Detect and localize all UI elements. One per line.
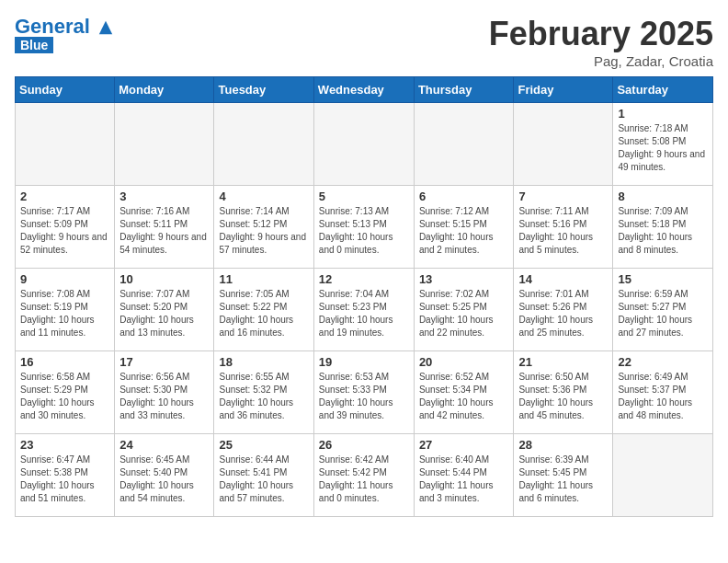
day-info: Sunrise: 6:52 AM Sunset: 5:34 PM Dayligh… xyxy=(419,371,509,422)
calendar-day-cell: 4 Sunrise: 7:14 AM Sunset: 5:12 PM Dayli… xyxy=(214,186,313,269)
day-number: 13 xyxy=(419,272,509,286)
day-number: 6 xyxy=(419,190,509,203)
sunset-label: Sunset: 5:42 PM xyxy=(319,467,387,477)
page-header: General Blue February 2025 Pag, Zadar, C… xyxy=(15,15,713,69)
calendar-day-cell xyxy=(514,103,613,186)
day-number: 19 xyxy=(319,355,409,369)
calendar-day-cell: 26 Sunrise: 6:42 AM Sunset: 5:42 PM Dayl… xyxy=(313,434,414,517)
sunrise-label: Sunrise: 6:55 AM xyxy=(219,372,289,382)
calendar-day-cell: 14 Sunrise: 7:01 AM Sunset: 5:26 PM Dayl… xyxy=(514,269,613,351)
sunset-label: Sunset: 5:22 PM xyxy=(219,302,287,312)
day-info: Sunrise: 6:40 AM Sunset: 5:44 PM Dayligh… xyxy=(419,454,509,505)
calendar-day-cell: 19 Sunrise: 6:53 AM Sunset: 5:33 PM Dayl… xyxy=(313,351,414,434)
calendar-day-cell: 20 Sunrise: 6:52 AM Sunset: 5:34 PM Dayl… xyxy=(414,351,514,434)
calendar-day-cell: 27 Sunrise: 6:40 AM Sunset: 5:44 PM Dayl… xyxy=(414,434,514,517)
sunrise-label: Sunrise: 7:02 AM xyxy=(419,289,489,299)
sunset-label: Sunset: 5:13 PM xyxy=(319,219,387,229)
calendar-week-row: 9 Sunrise: 7:08 AM Sunset: 5:19 PM Dayli… xyxy=(16,269,713,351)
day-number: 21 xyxy=(518,355,608,369)
daylight-label: Daylight: 10 hours and 51 minutes. xyxy=(20,480,95,503)
daylight-label: Daylight: 10 hours and 57 minutes. xyxy=(219,480,293,503)
day-info: Sunrise: 6:56 AM Sunset: 5:30 PM Dayligh… xyxy=(119,371,209,422)
sunset-label: Sunset: 5:09 PM xyxy=(20,219,88,229)
daylight-label: Daylight: 10 hours and 30 minutes. xyxy=(20,397,95,420)
day-number: 3 xyxy=(119,190,209,203)
sunset-label: Sunset: 5:41 PM xyxy=(219,467,287,477)
sunset-label: Sunset: 5:40 PM xyxy=(119,467,188,477)
sunset-label: Sunset: 5:44 PM xyxy=(419,467,487,477)
sunset-label: Sunset: 5:34 PM xyxy=(419,385,487,395)
daylight-label: Daylight: 10 hours and 2 minutes. xyxy=(419,232,494,255)
sunset-label: Sunset: 5:18 PM xyxy=(618,219,686,229)
sunset-label: Sunset: 5:23 PM xyxy=(319,302,387,312)
day-number: 17 xyxy=(119,355,209,369)
day-number: 2 xyxy=(20,190,109,203)
sunset-label: Sunset: 5:30 PM xyxy=(119,385,188,395)
day-number: 24 xyxy=(119,438,209,452)
weekday-header: Friday xyxy=(514,77,613,103)
day-info: Sunrise: 7:05 AM Sunset: 5:22 PM Dayligh… xyxy=(219,288,308,339)
sunrise-label: Sunrise: 6:56 AM xyxy=(119,372,189,382)
logo-blue-text: Blue xyxy=(15,37,53,53)
calendar-day-cell xyxy=(16,103,115,186)
daylight-label: Daylight: 9 hours and 49 minutes. xyxy=(618,149,705,172)
day-info: Sunrise: 7:14 AM Sunset: 5:12 PM Dayligh… xyxy=(219,205,308,257)
calendar-day-cell: 2 Sunrise: 7:17 AM Sunset: 5:09 PM Dayli… xyxy=(16,186,115,269)
sunset-label: Sunset: 5:25 PM xyxy=(419,302,487,312)
calendar-day-cell: 21 Sunrise: 6:50 AM Sunset: 5:36 PM Dayl… xyxy=(514,351,613,434)
calendar-day-cell: 18 Sunrise: 6:55 AM Sunset: 5:32 PM Dayl… xyxy=(214,351,313,434)
calendar-day-cell: 5 Sunrise: 7:13 AM Sunset: 5:13 PM Dayli… xyxy=(313,186,414,269)
day-number: 10 xyxy=(119,272,209,286)
sunrise-label: Sunrise: 7:07 AM xyxy=(119,289,189,299)
sunset-label: Sunset: 5:27 PM xyxy=(618,302,686,312)
day-info: Sunrise: 7:13 AM Sunset: 5:13 PM Dayligh… xyxy=(319,205,409,257)
weekday-header: Saturday xyxy=(613,77,713,103)
logo: General Blue xyxy=(15,15,114,53)
calendar-day-cell: 16 Sunrise: 6:58 AM Sunset: 5:29 PM Dayl… xyxy=(16,351,115,434)
daylight-label: Daylight: 9 hours and 52 minutes. xyxy=(20,232,108,255)
day-number: 7 xyxy=(518,190,608,203)
day-info: Sunrise: 7:18 AM Sunset: 5:08 PM Dayligh… xyxy=(618,122,708,174)
day-info: Sunrise: 6:50 AM Sunset: 5:36 PM Dayligh… xyxy=(518,371,608,422)
sunrise-label: Sunrise: 6:49 AM xyxy=(618,372,688,382)
calendar-day-cell: 3 Sunrise: 7:16 AM Sunset: 5:11 PM Dayli… xyxy=(115,186,214,269)
day-info: Sunrise: 7:08 AM Sunset: 5:19 PM Dayligh… xyxy=(20,288,109,339)
calendar-day-cell xyxy=(214,103,313,186)
sunrise-label: Sunrise: 6:47 AM xyxy=(20,454,90,465)
sunrise-label: Sunrise: 7:05 AM xyxy=(219,289,289,299)
calendar-day-cell: 1 Sunrise: 7:18 AM Sunset: 5:08 PM Dayli… xyxy=(613,103,713,186)
day-info: Sunrise: 6:44 AM Sunset: 5:41 PM Dayligh… xyxy=(219,454,308,505)
title-area: February 2025 Pag, Zadar, Croatia xyxy=(489,15,713,69)
sunset-label: Sunset: 5:20 PM xyxy=(119,302,188,312)
sunset-label: Sunset: 5:19 PM xyxy=(20,302,88,312)
daylight-label: Daylight: 10 hours and 22 minutes. xyxy=(419,315,494,338)
daylight-label: Daylight: 10 hours and 54 minutes. xyxy=(119,480,194,503)
svg-marker-0 xyxy=(99,21,112,34)
day-info: Sunrise: 6:58 AM Sunset: 5:29 PM Dayligh… xyxy=(20,371,109,422)
daylight-label: Daylight: 11 hours and 6 minutes. xyxy=(518,480,593,503)
sunrise-label: Sunrise: 6:40 AM xyxy=(419,454,489,465)
day-info: Sunrise: 7:12 AM Sunset: 5:15 PM Dayligh… xyxy=(419,205,509,257)
daylight-label: Daylight: 9 hours and 57 minutes. xyxy=(219,232,306,255)
calendar-day-cell: 24 Sunrise: 6:45 AM Sunset: 5:40 PM Dayl… xyxy=(115,434,214,517)
calendar-day-cell xyxy=(613,434,713,517)
day-number: 28 xyxy=(518,438,608,452)
calendar-day-cell xyxy=(313,103,414,186)
daylight-label: Daylight: 10 hours and 11 minutes. xyxy=(20,315,95,338)
day-info: Sunrise: 6:47 AM Sunset: 5:38 PM Dayligh… xyxy=(20,454,109,505)
weekday-header-row: SundayMondayTuesdayWednesdayThursdayFrid… xyxy=(16,77,713,103)
daylight-label: Daylight: 10 hours and 5 minutes. xyxy=(518,232,593,255)
day-info: Sunrise: 6:53 AM Sunset: 5:33 PM Dayligh… xyxy=(319,371,409,422)
day-number: 22 xyxy=(618,355,708,369)
daylight-label: Daylight: 11 hours and 0 minutes. xyxy=(319,480,393,503)
day-number: 15 xyxy=(618,272,708,286)
sunset-label: Sunset: 5:08 PM xyxy=(618,136,686,146)
day-info: Sunrise: 6:42 AM Sunset: 5:42 PM Dayligh… xyxy=(319,454,409,505)
day-number: 12 xyxy=(319,272,409,286)
sunrise-label: Sunrise: 7:12 AM xyxy=(419,206,489,216)
sunrise-label: Sunrise: 7:04 AM xyxy=(319,289,389,299)
daylight-label: Daylight: 10 hours and 13 minutes. xyxy=(119,315,194,338)
day-number: 11 xyxy=(219,272,308,286)
day-number: 14 xyxy=(518,272,608,286)
sunset-label: Sunset: 5:29 PM xyxy=(20,385,88,395)
